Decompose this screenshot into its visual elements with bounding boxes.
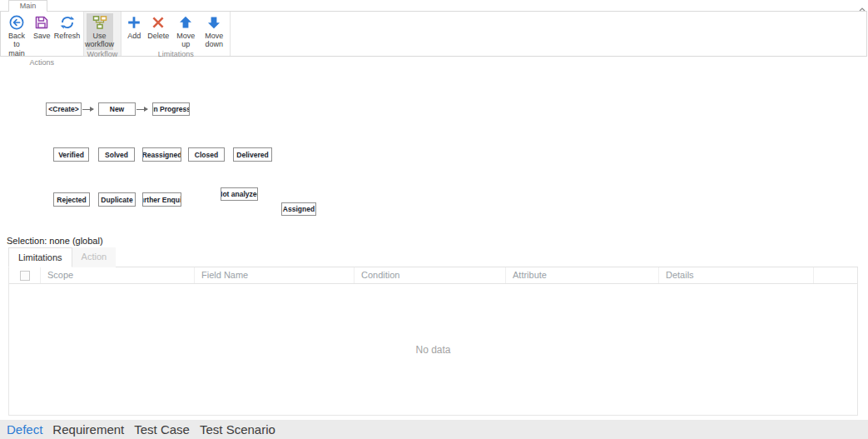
workflow-node-label: Rejected [57, 196, 86, 204]
workflow-node-closed[interactable]: Closed [188, 147, 225, 162]
button-label: Back to main [5, 32, 28, 57]
workflow-arrow-create-to-new [82, 109, 93, 110]
ribbon-group-buttons: Back to mainSaveRefresh [1, 12, 83, 58]
back-icon [8, 14, 25, 31]
move-down-icon [206, 14, 222, 31]
workflow-node-further-enquiry[interactable]: Further Enquiry [142, 192, 181, 207]
add-button[interactable]: Add [124, 13, 144, 41]
workflow-node-label: Verified [58, 151, 84, 159]
ribbon-group-limitations: AddDeleteMove upMove downLimitations [122, 12, 231, 56]
select-all-checkbox[interactable] [20, 271, 30, 281]
ribbon-tab-main[interactable]: Main [8, 0, 47, 12]
button-label: Add [127, 32, 141, 40]
ribbon-group-buttons: Use workflow [84, 12, 122, 50]
button-label: Use workflow [85, 32, 114, 49]
footer-tab-requirement[interactable]: Requirement [52, 422, 124, 437]
tab-limitations[interactable]: Limitations [8, 247, 72, 267]
button-label: Move down [202, 32, 226, 49]
workflow-node-reassigned[interactable]: Reassigned [142, 147, 181, 162]
save-button[interactable]: Save [32, 13, 52, 41]
column-header-extra [814, 267, 857, 283]
workflow-node-duplicate[interactable]: Duplicate [98, 192, 136, 207]
limitations-panel: Limitations Action ScopeField NameCondit… [8, 247, 858, 416]
button-label: Move up [174, 32, 197, 49]
column-header-scope: Scope [41, 267, 195, 283]
tab-action[interactable]: Action [72, 247, 117, 267]
button-label: Refresh [54, 32, 81, 40]
workflow-node-label: Closed [195, 151, 218, 159]
table-body: No data [9, 284, 857, 415]
delete-button[interactable]: Delete [146, 13, 171, 41]
workflow-node-label: Not analyzed [221, 190, 258, 198]
panel-tab-strip: Limitations Action [8, 247, 858, 267]
use-workflow-button[interactable]: Use workflow [87, 13, 113, 50]
workflow-icon [92, 14, 108, 31]
workflow-node-rejected[interactable]: Rejected [53, 192, 90, 207]
ribbon-tab-row: Main [0, 0, 868, 11]
selection-label: Selection: none (global) [7, 236, 103, 246]
workflow-node-assigned[interactable]: Assigned [281, 202, 316, 216]
ribbon-group-label: Workflow [84, 50, 122, 60]
footer-tab-defect[interactable]: Defect [7, 422, 42, 437]
workflow-node-label: Further Enquiry [142, 196, 181, 204]
workflow-node-label: Duplicate [101, 196, 132, 204]
refresh-icon [59, 14, 76, 31]
workflow-node-label: Delivered [236, 151, 268, 159]
workflow-node-new[interactable]: New [98, 102, 136, 116]
ribbon-group-workflow: Use workflowWorkflow [84, 12, 122, 56]
move-down-button[interactable]: Move down [201, 13, 227, 50]
move-up-icon [177, 14, 194, 31]
delete-icon [150, 14, 166, 31]
workflow-node-delivered[interactable]: Delivered [233, 147, 272, 162]
empty-table-message: No data [415, 344, 450, 356]
column-header-condition: Condition [355, 267, 506, 283]
footer-tab-test-scenario[interactable]: Test Scenario [200, 422, 275, 437]
workflow-node-label: In Progress [152, 105, 190, 113]
ribbon: Back to mainSaveRefreshActionsUse workfl… [0, 11, 867, 57]
ribbon-group-buttons: AddDeleteMove upMove down [122, 12, 230, 50]
save-icon [33, 14, 50, 31]
ribbon-group-actions: Back to mainSaveRefreshActions [1, 12, 84, 56]
back-to-main-button[interactable]: Back to main [3, 13, 30, 58]
ribbon-collapse-button[interactable] [856, 2, 868, 10]
workflow-node-in-progress[interactable]: In Progress [152, 102, 190, 116]
ribbon-group-label: Actions [1, 58, 83, 68]
column-header-details: Details [659, 267, 814, 283]
column-header-attribute: Attribute [506, 267, 659, 283]
table-header-row: ScopeField NameConditionAttributeDetails [9, 267, 857, 284]
refresh-button[interactable]: Refresh [54, 13, 81, 41]
footer-tab-test-case[interactable]: Test Case [134, 422, 190, 437]
workflow-arrow-new-to-in-progress [136, 109, 147, 110]
button-label: Save [33, 32, 51, 40]
workflow-node-label: Reassigned [142, 151, 181, 159]
workflow-node-verified[interactable]: Verified [53, 147, 89, 162]
ribbon-group-label: Limitations [122, 50, 230, 60]
limitations-table: ScopeField NameConditionAttributeDetails… [8, 267, 858, 416]
workflow-node-create[interactable]: <Create> [46, 102, 82, 116]
select-all-column-header [9, 267, 41, 283]
workflow-node-label: Assigned [283, 205, 315, 213]
workflow-diagram: <Create>NewIn ProgressVerifiedSolvedReas… [0, 57, 868, 237]
add-icon [126, 14, 142, 31]
workflow-node-solved[interactable]: Solved [98, 147, 135, 162]
button-label: Delete [147, 32, 169, 40]
workflow-node-label: Solved [105, 151, 128, 159]
entity-tab-bar: DefectRequirementTest CaseTest Scenario [0, 420, 868, 439]
move-up-button[interactable]: Move up [172, 13, 199, 50]
column-header-field-name: Field Name [195, 267, 355, 283]
workflow-node-not-analyzed[interactable]: Not analyzed [221, 187, 258, 201]
workflow-node-label: <Create> [48, 105, 78, 113]
workflow-node-label: New [110, 105, 124, 113]
